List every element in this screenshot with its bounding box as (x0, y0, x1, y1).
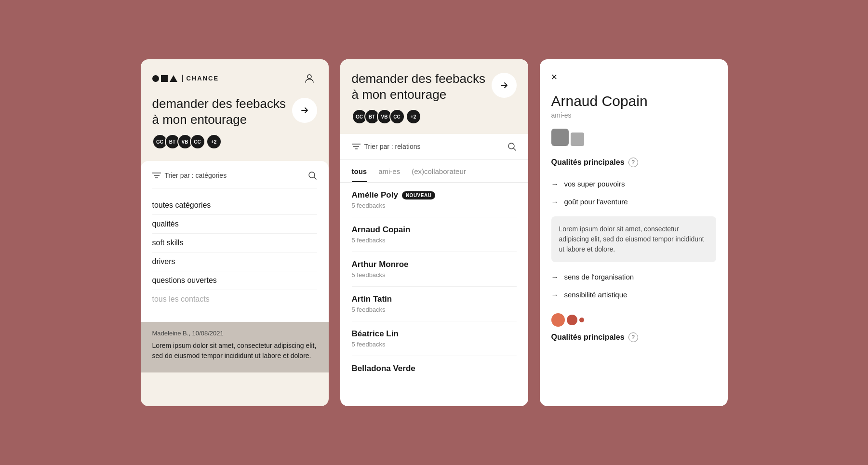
logo-text: CHANCE (182, 75, 219, 82)
profile-shape-2 (571, 133, 584, 146)
lorem-text-box: Lorem ipsum dolor sit amet, consectetur … (551, 216, 716, 262)
search-button-2[interactable] (507, 142, 517, 151)
quality-text-2: goût pour l'aventure (564, 198, 628, 206)
person-name-arthur: Arthur Monroe (352, 260, 517, 269)
profile-role: ami-es (551, 111, 716, 119)
person-name-arnaud: Arnaud Copain (352, 225, 517, 235)
hero-text: demander des feebacks à mon entourage GC… (152, 96, 292, 150)
person-name-amelie: Amélie Poly NOUVEAU (352, 190, 517, 200)
logo-square-icon (161, 75, 168, 82)
avatar-count-1: +2 (206, 134, 222, 149)
tab-tous[interactable]: tous (352, 167, 367, 182)
category-questions-ouvertes[interactable]: questions ouvertes (152, 271, 317, 290)
dot-orange-1 (551, 313, 565, 327)
hero-arrow-button-2[interactable] (492, 73, 517, 98)
person-name-belladona: Belladona Verde (352, 364, 517, 373)
logo-shapes (152, 75, 177, 82)
filter-icon (152, 172, 161, 179)
sort-bar-2: Trier par : relations (340, 134, 528, 159)
hero-arrow-button-1[interactable] (292, 98, 317, 123)
card-1-header: CHANCE (141, 59, 329, 96)
profile-name: Arnaud Copain (551, 93, 716, 109)
filter-bar-1: Trier par : catégories (152, 171, 317, 188)
category-soft-skills[interactable]: soft skills (152, 234, 317, 252)
profile-icons (551, 129, 716, 146)
person-list: Amélie Poly NOUVEAU 5 feedbacks Arnaud C… (340, 183, 528, 383)
card-3: × Arnaud Copain ami-es Qualités principa… (540, 59, 728, 406)
quality-arrow-3: → (551, 273, 559, 281)
quality-text-1: vos super pouvoirs (564, 180, 625, 188)
quality-item-2: → goût pour l'aventure (551, 193, 716, 211)
close-button[interactable]: × (551, 71, 558, 83)
category-toutes-categories[interactable]: toutes catégories (152, 196, 317, 215)
category-drivers[interactable]: drivers (152, 252, 317, 271)
svg-line-10 (513, 148, 516, 151)
person-feedbacks-artin: 5 feedbacks (352, 306, 517, 313)
avatar-group-1: GC BT VB CC +2 (152, 134, 292, 149)
quality-item-3: → sens de l'organisation (551, 268, 716, 286)
card-1-overlay: Madeleine B., 10/08/2021 Lorem ipsum dol… (141, 322, 329, 372)
logo-circle-icon (152, 75, 159, 82)
person-arthur[interactable]: Arthur Monroe 5 feedbacks (352, 252, 517, 287)
person-name-artin: Artin Tatin (352, 294, 517, 304)
category-tous-contacts[interactable]: tous les contacts (152, 290, 317, 308)
sort-icon-2 (352, 143, 361, 150)
overlay-date: Madeleine B., 10/08/2021 (152, 330, 317, 337)
person-arnaud[interactable]: Arnaud Copain 5 feedbacks (352, 217, 517, 252)
sort-text-2: Trier par : relations (364, 143, 421, 150)
avatar-count-2: +2 (406, 109, 421, 124)
question-icon-1[interactable]: ? (628, 158, 638, 167)
hero-text-2: demander des feebacks à mon entourage GC… (352, 71, 492, 125)
quality-text-4: sensibilité artistique (564, 291, 628, 299)
card-2-hero: demander des feebacks à mon entourage GC… (340, 59, 528, 134)
quality-text-3: sens de l'organisation (564, 273, 634, 281)
sort-label-2: Trier par : relations (352, 143, 421, 150)
person-name-beatrice: Béatrice Lin (352, 329, 517, 339)
screens-container: CHANCE demander des feebacks à mon entou… (121, 40, 747, 425)
person-feedbacks-beatrice: 5 feedbacks (352, 341, 517, 348)
logo-triangle-icon (170, 75, 177, 82)
dot-small-1 (579, 318, 584, 322)
person-feedbacks-arthur: 5 feedbacks (352, 271, 517, 279)
person-belladona[interactable]: Belladona Verde (352, 356, 517, 383)
person-feedbacks-amelie: 5 feedbacks (352, 202, 517, 209)
svg-line-5 (314, 177, 316, 180)
tab-collaborateur[interactable]: (ex)collaborateur (412, 167, 466, 182)
section-title-1: Qualités principales ? (551, 158, 716, 167)
logo-area: CHANCE (152, 75, 219, 82)
person-feedbacks-arnaud: 5 feedbacks (352, 237, 517, 244)
user-icon[interactable] (302, 71, 317, 86)
category-qualites[interactable]: qualités (152, 215, 317, 234)
tabs-bar-2: tous ami-es (ex)collaborateur (340, 159, 528, 183)
hero-title-1: demander des feebacks à mon entourage (152, 96, 292, 129)
quality-item-1: → vos super pouvoirs (551, 175, 716, 193)
avatar-group-2: GC BT VB CC +2 (352, 109, 492, 124)
filter-text-1: Trier par : catégories (165, 172, 227, 179)
overlay-body-text: Lorem ipsum dolor sit amet, consectetur … (152, 341, 317, 361)
hero-title-2: demander des feebacks à mon entourage (352, 71, 492, 104)
card-1-hero: demander des feebacks à mon entourage GC… (141, 96, 329, 161)
badge-new-amelie: NOUVEAU (402, 191, 436, 199)
profile-shape-1 (551, 129, 569, 146)
section-title-2: Qualités principales ? (551, 332, 716, 342)
dots-group (551, 313, 716, 327)
category-list: toutes catégories qualités soft skills d… (152, 192, 317, 312)
filter-label-1: Trier par : catégories (152, 172, 227, 179)
person-amelie[interactable]: Amélie Poly NOUVEAU 5 feedbacks (352, 183, 517, 217)
quality-arrow-1: → (551, 180, 559, 188)
card-2: demander des feebacks à mon entourage GC… (340, 59, 528, 406)
search-button-1[interactable] (307, 171, 317, 180)
avatar-cc-2: CC (389, 109, 405, 124)
person-beatrice[interactable]: Béatrice Lin 5 feedbacks (352, 321, 517, 356)
svg-point-0 (307, 75, 311, 79)
tab-ami-es[interactable]: ami-es (378, 167, 400, 182)
quality-arrow-4: → (551, 291, 559, 299)
dot-orange-2 (567, 315, 577, 325)
avatar-cc: CC (190, 134, 205, 149)
card-1: CHANCE demander des feebacks à mon entou… (141, 59, 329, 406)
card-1-body: Trier par : catégories toutes catégories… (141, 161, 329, 322)
question-icon-2[interactable]: ? (628, 332, 638, 342)
quality-arrow-2: → (551, 198, 559, 206)
person-artin[interactable]: Artin Tatin 5 feedbacks (352, 287, 517, 321)
quality-item-4: → sensibilité artistique (551, 286, 716, 304)
